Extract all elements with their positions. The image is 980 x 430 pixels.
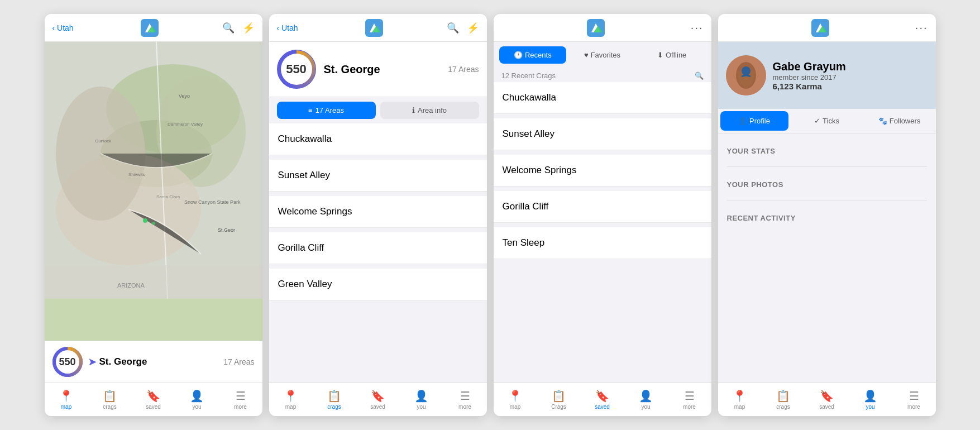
crags-label-recents: Crags	[551, 404, 566, 410]
location-name: St. George	[99, 356, 147, 367]
recents-list: Chuckawalla Sunset Alley Welcome Springs…	[494, 82, 711, 383]
bottom-nav-map-list[interactable]: 📍 map	[269, 383, 313, 416]
search-icon[interactable]: 🔍	[222, 22, 235, 34]
search-icon-list[interactable]: 🔍	[447, 22, 459, 34]
list-item-recents[interactable]: Chuckawalla	[494, 82, 711, 114]
list-score-badge: 550	[277, 50, 316, 89]
saved-label: saved	[146, 404, 161, 410]
favorites-tab-btn[interactable]: ♥ Favorites	[568, 46, 636, 64]
bottom-nav-you-list[interactable]: 👤 you	[400, 383, 443, 416]
karma-value: 6,123 Karma	[773, 82, 846, 91]
recent-info-row: 12 Recent Crags 🔍	[494, 68, 711, 82]
crags-icon-profile: 📋	[776, 389, 790, 403]
list-screen: ‹ Utah 🔍 ⚡ 550 St. George 17 Areas	[269, 14, 487, 416]
map-icon-profile: 📍	[733, 389, 747, 403]
saved-label-list: saved	[370, 404, 385, 410]
profile-tab-btn[interactable]: 👤 Profile	[720, 111, 788, 131]
list-item[interactable]: Gorilla Cliff	[269, 232, 487, 264]
more-icon-list: ☰	[460, 389, 470, 403]
offline-icon: ⬇	[657, 51, 663, 59]
map-label-list: map	[285, 404, 296, 410]
bottom-nav-saved-recents[interactable]: 🔖 saved	[581, 383, 624, 416]
svg-text:Veyo: Veyo	[179, 93, 190, 99]
three-dots-icon-recents[interactable]: ···	[691, 21, 704, 34]
filter-icon-list[interactable]: ⚡	[467, 22, 479, 34]
bottom-nav-map: 📍 map 📋 crags 🔖 saved 👤 you ☰ more	[45, 383, 262, 416]
list-item[interactable]: Sunset Alley	[269, 160, 487, 192]
bottom-nav-crags-profile[interactable]: 📋 crags	[762, 383, 805, 416]
area-info-tab-btn[interactable]: ℹ Area info	[380, 102, 479, 119]
ticks-tab-btn[interactable]: ✓ Ticks	[793, 111, 861, 131]
svg-text:Snow Canyon State Park: Snow Canyon State Park	[184, 199, 241, 205]
offline-tab-label: Offline	[666, 51, 686, 59]
bottom-nav-saved-item[interactable]: 🔖 saved	[132, 383, 175, 416]
areas-tab-btn[interactable]: ≡ 17 Areas	[277, 102, 376, 119]
logo-center-profile	[726, 19, 915, 37]
bottom-nav-saved-profile[interactable]: 🔖 saved	[805, 383, 849, 416]
map-area[interactable]: Veyo Dammeron Valley Gunlock Shivwits Sa…	[45, 42, 262, 341]
list-item-recents[interactable]: Sunset Alley	[494, 118, 711, 150]
top-bar-icons-profile: ···	[915, 21, 928, 34]
bottom-nav-you-item[interactable]: 👤 you	[175, 383, 219, 416]
search-icon-recents[interactable]: 🔍	[695, 71, 704, 80]
paw-icon: 🐾	[878, 117, 887, 125]
more-label: more	[234, 404, 247, 410]
your-photos-title: YOUR PHOTOS	[727, 175, 927, 192]
bottom-nav-map-recents[interactable]: 📍 map	[494, 383, 537, 416]
bottom-nav-you-recents[interactable]: 👤 you	[624, 383, 668, 416]
crags-label: crags	[103, 404, 116, 410]
back-button-map[interactable]: ‹ Utah	[52, 23, 74, 32]
offline-tab-btn[interactable]: ⬇ Offline	[638, 46, 706, 64]
top-bar-icons-map: 🔍 ⚡	[222, 22, 255, 34]
app-logo-recents	[587, 19, 605, 37]
map-label-profile: map	[734, 404, 745, 410]
avatar	[726, 55, 766, 95]
svg-point-31	[742, 66, 750, 75]
profile-icon: 👤	[738, 117, 747, 125]
svg-text:Dammeron Valley: Dammeron Valley	[168, 122, 203, 127]
list-item-recents[interactable]: Gorilla Cliff	[494, 191, 711, 223]
bottom-nav-crags-recents[interactable]: 📋 Crags	[537, 383, 581, 416]
bottom-nav-more-item[interactable]: ☰ more	[219, 383, 262, 416]
list-items: Chuckawalla Sunset Alley Welcome Springs…	[269, 123, 487, 383]
three-dots-icon-profile[interactable]: ···	[915, 21, 928, 34]
followers-tab-btn[interactable]: 🐾 Followers	[866, 111, 934, 131]
bottom-nav-more-profile[interactable]: ☰ more	[892, 383, 936, 416]
bottom-nav-crags-list[interactable]: 📋 crags	[313, 383, 356, 416]
crags-icon-recents: 📋	[552, 389, 566, 403]
list-item-recents[interactable]: Ten Sleep	[494, 227, 711, 259]
clock-icon: 🕐	[514, 51, 523, 59]
back-button-list[interactable]: ‹ Utah	[277, 23, 298, 32]
bottom-nav-you-profile[interactable]: 👤 you	[849, 383, 892, 416]
crags-label-profile: crags	[776, 404, 790, 410]
check-icon: ✓	[814, 117, 820, 125]
svg-rect-18	[45, 265, 262, 299]
recent-activity-title: RECENT ACTIVITY	[727, 208, 927, 226]
bottom-nav-saved-list[interactable]: 🔖 saved	[356, 383, 400, 416]
favorites-tab-label: Favorites	[591, 51, 620, 59]
areas-tab-label: 17 Areas	[315, 106, 344, 114]
bottom-nav-more-recents[interactable]: ☰ more	[668, 383, 711, 416]
filter-icon[interactable]: ⚡	[242, 22, 255, 34]
navigate-icon: ➤	[88, 356, 96, 368]
list-item[interactable]: Chuckawalla	[269, 123, 487, 155]
recents-tab-btn[interactable]: 🕐 Recents	[499, 46, 567, 64]
you-label-recents: you	[641, 404, 650, 410]
list-item[interactable]: Green Valley	[269, 269, 487, 300]
location-title: ➤ St. George	[88, 356, 218, 368]
app-logo-map	[141, 19, 159, 37]
profile-tabs: 👤 Profile ✓ Ticks 🐾 Followers	[718, 109, 936, 133]
bottom-nav-map-item[interactable]: 📍 map	[45, 383, 88, 416]
list-item[interactable]: Welcome Springs	[269, 196, 487, 228]
bottom-nav-more-list[interactable]: ☰ more	[443, 383, 487, 416]
area-count: 17 Areas	[223, 357, 254, 366]
saved-label-profile: saved	[819, 404, 834, 410]
bottom-nav-crags-item[interactable]: 📋 crags	[88, 383, 132, 416]
list-item-recents[interactable]: Welcome Springs	[494, 155, 711, 187]
app-logo-profile	[811, 19, 829, 37]
crags-icon: 📋	[103, 389, 117, 403]
logo-center-list	[302, 19, 447, 37]
top-bar-profile: ···	[718, 14, 936, 42]
location-footer: 550 ➤ St. George 17 Areas	[45, 341, 262, 383]
bottom-nav-map-profile[interactable]: 📍 map	[718, 383, 762, 416]
